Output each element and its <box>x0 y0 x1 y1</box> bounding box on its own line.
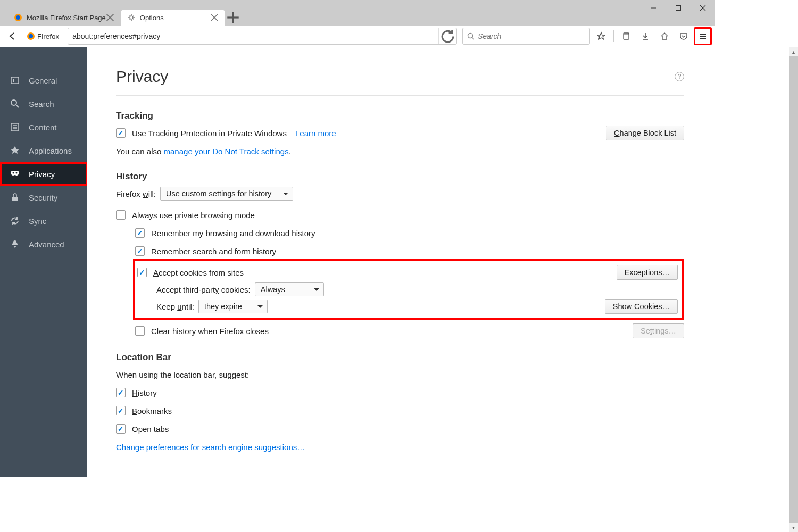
learn-more-link[interactable]: Learn more <box>295 129 336 138</box>
svg-line-16 <box>129 20 130 21</box>
svg-point-22 <box>29 34 33 38</box>
svg-rect-25 <box>624 33 629 39</box>
svg-point-5 <box>16 15 20 20</box>
applications-icon <box>10 145 20 156</box>
nav-toolbar: Firefox <box>0 26 715 47</box>
accept-cookies-label: Accept cookies from sites <box>153 268 244 277</box>
section-heading-tracking: Tracking <box>116 111 684 121</box>
tracking-protection-label: Use Tracking Protection in Private Windo… <box>132 129 287 138</box>
suggest-opentabs-label: Open tabs <box>132 425 169 434</box>
suggest-history-checkbox[interactable] <box>116 388 126 397</box>
url-bar[interactable] <box>68 28 457 45</box>
exceptions-button[interactable]: Exceptions… <box>617 265 678 280</box>
sidebar-item-search[interactable]: Search <box>0 92 87 115</box>
preferences-sidebar: General Search Content Applications Priv… <box>0 47 87 477</box>
sidebar-item-label: Security <box>29 193 57 202</box>
downloads-button[interactable] <box>636 27 654 45</box>
sidebar-item-advanced[interactable]: Advanced <box>0 232 87 256</box>
window-maximize-button[interactable] <box>666 0 691 16</box>
sidebar-item-label: Content <box>29 123 57 132</box>
new-tab-button[interactable] <box>225 10 241 26</box>
keep-until-label: Keep until: <box>156 302 194 311</box>
sidebar-item-general[interactable]: General <box>0 69 87 92</box>
sidebar-item-content[interactable]: Content <box>0 115 87 139</box>
svg-line-24 <box>472 38 475 40</box>
back-button[interactable] <box>3 27 21 45</box>
pocket-button[interactable] <box>675 27 693 45</box>
search-icon <box>10 98 20 109</box>
change-block-list-button[interactable]: Change Block List <box>606 126 684 140</box>
suggest-history-label: History <box>132 388 157 397</box>
search-input[interactable] <box>478 32 585 40</box>
svg-point-23 <box>468 34 473 38</box>
general-icon <box>10 75 20 86</box>
show-cookies-button[interactable]: Show Cookies… <box>605 299 678 314</box>
separator <box>613 30 614 42</box>
remember-searchform-label: Remember search and form history <box>151 247 276 256</box>
tab-label: Mozilla Firefox Start Page <box>27 14 106 22</box>
svg-point-40 <box>16 172 18 174</box>
history-mode-select[interactable]: Use custom settings for history <box>160 187 293 201</box>
clear-settings-button[interactable]: Settings… <box>633 323 684 338</box>
accept-cookies-checkbox[interactable] <box>137 268 147 277</box>
close-icon[interactable] <box>210 13 219 22</box>
svg-rect-1 <box>676 6 681 11</box>
firefox-icon <box>14 13 22 22</box>
advanced-icon <box>10 239 20 250</box>
bookmark-star-button[interactable] <box>592 27 610 45</box>
window-close-button[interactable] <box>691 0 715 16</box>
sidebar-item-sync[interactable]: Sync <box>0 209 87 232</box>
sidebar-item-privacy[interactable]: Privacy <box>0 162 87 186</box>
clear-on-close-checkbox[interactable] <box>135 326 145 336</box>
svg-point-33 <box>11 100 16 105</box>
sidebar-item-label: Advanced <box>29 240 64 249</box>
tab-start-page[interactable]: Mozilla Firefox Start Page <box>7 10 121 26</box>
svg-point-8 <box>130 16 133 19</box>
search-bar[interactable] <box>462 28 590 45</box>
keep-until-select[interactable]: they expire <box>198 300 268 313</box>
remember-searchform-checkbox[interactable] <box>135 246 145 256</box>
remember-history-checkbox[interactable] <box>135 228 145 238</box>
help-icon[interactable]: ? <box>675 72 684 81</box>
url-input[interactable] <box>68 32 438 40</box>
sidebar-item-label: General <box>29 76 57 85</box>
tracking-protection-checkbox[interactable] <box>116 128 126 138</box>
suggest-opentabs-checkbox[interactable] <box>116 424 126 434</box>
reload-button[interactable] <box>438 28 456 44</box>
page-title: Privacy ? <box>116 68 684 96</box>
svg-line-15 <box>133 15 134 16</box>
manage-dnt-link[interactable]: manage your Do Not Track settings <box>164 147 289 156</box>
tab-label: Options <box>140 14 164 22</box>
svg-rect-32 <box>13 79 14 82</box>
home-button[interactable] <box>655 27 674 45</box>
change-search-suggestions-link[interactable]: Change preferences for search engine sug… <box>116 443 305 452</box>
library-button[interactable] <box>617 27 635 45</box>
gear-icon <box>127 13 136 22</box>
preferences-main: Privacy ? Tracking Use Tracking Protecti… <box>87 47 715 477</box>
lock-icon <box>10 192 20 203</box>
section-heading-location: Location Bar <box>116 352 684 363</box>
hamburger-menu-button[interactable] <box>694 27 712 45</box>
svg-line-14 <box>133 20 134 21</box>
identity-box[interactable]: Firefox <box>23 32 62 40</box>
always-private-checkbox[interactable] <box>116 210 126 220</box>
close-icon[interactable] <box>106 13 114 22</box>
sidebar-item-security[interactable]: Security <box>0 186 87 209</box>
location-intro-text: When using the location bar, suggest: <box>116 370 249 379</box>
firefox-will-label: Firefox will: <box>116 189 156 198</box>
third-party-select[interactable]: Always <box>255 282 324 296</box>
suggest-bookmarks-checkbox[interactable] <box>116 406 126 415</box>
section-heading-history: History <box>116 171 684 182</box>
sidebar-item-applications[interactable]: Applications <box>0 139 87 162</box>
third-party-label: Accept third-party cookies: <box>156 285 251 294</box>
tab-options[interactable]: Options <box>121 10 225 26</box>
firefox-icon <box>27 32 35 40</box>
cookies-highlight-box: Accept cookies from sites Exceptions… Ac… <box>133 259 684 320</box>
window-titlebar: Mozilla Firefox Start Page Options <box>0 0 715 26</box>
svg-rect-41 <box>12 197 18 201</box>
suggest-bookmarks-label: Bookmarks <box>132 406 172 415</box>
sidebar-item-label: Applications <box>29 146 72 155</box>
window-minimize-button[interactable] <box>642 0 666 16</box>
sidebar-item-label: Search <box>29 99 54 109</box>
sidebar-item-label: Sync <box>29 217 46 226</box>
